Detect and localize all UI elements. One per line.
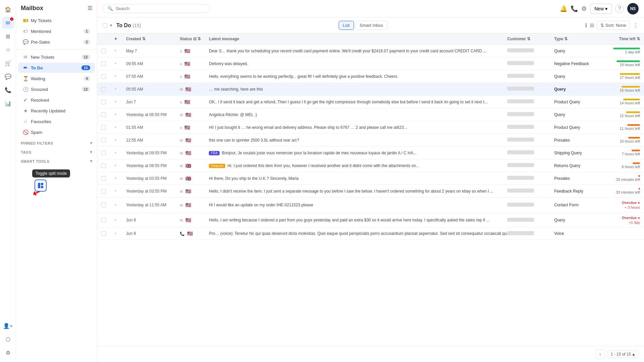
nav-icon-cart[interactable]: 🛒 (2, 57, 14, 69)
nav-icon-star[interactable]: ☆ (2, 44, 14, 56)
th-created[interactable]: Created ⇅ (122, 34, 176, 45)
overdue-sublabel: +1 day (629, 220, 640, 224)
search-input[interactable] (116, 6, 205, 11)
row-type: Query (550, 83, 600, 96)
page-info-button[interactable]: 1 - 15 of 15 ▲ (607, 351, 639, 358)
table-row[interactable]: ✦ Yesterday at 03:55 PM ✉ 🇬🇧 Hi there, D… (97, 172, 644, 185)
table-row[interactable]: ✦ Yesterday at 06:55 PM ✉ 🇺🇸 Angelica Ri… (97, 108, 644, 121)
time-label: 6 hours left (622, 165, 640, 169)
row-checkbox[interactable] (101, 138, 106, 143)
sidebar-item-my-tickets[interactable]: 🎫 My Tickets (18, 15, 95, 25)
nav-icon-grid[interactable]: ⊞ (2, 30, 14, 42)
th-sort-icon[interactable]: ✦ (110, 34, 122, 45)
sidebar-item-recently-updated[interactable]: ★ Recently Updated (18, 106, 95, 116)
table-row[interactable]: ✦ Jun 8 ✉ 🇺🇸 Hello, I am writing because… (97, 213, 644, 228)
row-checkbox[interactable] (101, 218, 106, 222)
select-all-checkbox[interactable] (103, 23, 107, 28)
row-checkbox[interactable] (101, 163, 106, 168)
row-checkbox[interactable] (101, 231, 106, 236)
table-row[interactable]: ✦ May 7 ≡ 🇺🇸 Dear S… thank you for sched… (97, 45, 644, 57)
select-all-dropdown[interactable]: ▾ (110, 23, 112, 28)
info-icon[interactable]: ℹ (585, 22, 587, 29)
row-checkbox[interactable] (101, 112, 106, 117)
help-icon[interactable]: ? (615, 4, 624, 13)
snoozed-icon: 🕐 (23, 87, 28, 92)
table-row[interactable]: ✦ Jun 8 📞 🇺🇸 Pro… (voice): Tenetur hic q… (97, 228, 644, 240)
row-created: 09:55 AM (122, 57, 176, 70)
table-row[interactable]: ✦ 01:55 AM ≡ 🇺🇸 Hi! I just bought it … h… (97, 121, 644, 134)
smart-tools-header[interactable]: SMART TOOLS ▾ (16, 156, 97, 165)
time-label: 17 hours left (620, 75, 640, 80)
table-row[interactable]: ✦ 12:55 AM ✉ 🇺🇸 this one can in sprinter… (97, 134, 644, 147)
message-preview-text: … me searching, here are this (209, 87, 263, 92)
row-created: Yesterday at 09:55 PM (122, 147, 176, 159)
row-checkbox[interactable] (101, 189, 106, 194)
smart-inbox-button[interactable]: Smart Inbox (355, 21, 388, 30)
nav-icon-home[interactable]: 🏠 (2, 3, 14, 15)
sidebar-item-snoozed[interactable]: 🕐 Snoozed 12 (18, 84, 95, 94)
table-row[interactable]: ✦ 07:55 AM ≡ 🇺🇸 Hello, everything seems … (97, 70, 644, 83)
pinned-filters-header[interactable]: PINNED FILTERS ▾ (16, 138, 97, 147)
more-options-icon[interactable]: ⋮ (633, 22, 639, 29)
nav-icon-settings[interactable]: ⚙ (2, 347, 14, 359)
sidebar-item-to-do[interactable]: ✏ To Do 15 (18, 63, 95, 73)
table-row[interactable]: ✦ Yesterday at 09:55 PM ✉ 🇺🇸 FRA Bonjour… (97, 147, 644, 159)
table-row[interactable]: ✦ 09:55 AM ≡ 🇺🇸 Delivery was delayed. Ne… (97, 57, 644, 70)
avatar: NS (627, 3, 639, 14)
sidebar-item-mentioned[interactable]: 🏷 Mentioned 1 (18, 26, 95, 36)
row-checkbox[interactable] (101, 100, 106, 104)
sort-button[interactable]: ⇅ Sort: None (597, 21, 630, 30)
list-view-button[interactable]: List (339, 21, 354, 30)
nav-icon-phone[interactable]: 📞 (2, 84, 14, 96)
columns-icon[interactable]: ⊞ (590, 22, 594, 29)
row-sort-cell: ✦ (110, 70, 122, 83)
toggle-split-button[interactable] (35, 179, 47, 192)
th-type[interactable]: Type ⇅ (550, 34, 600, 45)
table-row[interactable]: ✦ Yesterday at 11:55 AM ✉ 🇺🇸 Hi I would … (97, 198, 644, 213)
sidebar-item-new-tickets[interactable]: ✉ New Tickets 12 (18, 52, 95, 62)
th-time-left[interactable]: Time left ⇅ (600, 34, 644, 45)
nav-icon-integrations[interactable]: ⬡ (2, 333, 14, 345)
pinned-filters-chevron: ▾ (90, 141, 93, 145)
nav-icon-chat[interactable]: 💬 (2, 70, 14, 83)
row-checkbox[interactable] (101, 87, 106, 92)
sidebar-item-resolved[interactable]: ✔ Resolved (18, 95, 95, 105)
row-checkbox[interactable] (101, 151, 106, 155)
th-latest-message[interactable]: Latest message (205, 34, 503, 45)
row-checkbox[interactable] (101, 203, 106, 207)
table-row[interactable]: ✦ Jun 7 ≡ 🇺🇸 OK.. I ll send it back and … (97, 96, 644, 108)
sidebar-item-pre-sales[interactable]: 💬 Pre-Sales 2 (18, 37, 95, 47)
row-checkbox[interactable] (101, 49, 106, 53)
nav-icon-mailbox[interactable]: ✉ • (2, 17, 14, 29)
phone-icon[interactable]: 📞 (571, 5, 578, 12)
row-customer (503, 83, 550, 96)
th-customer[interactable]: Customer ⇅ (503, 34, 550, 45)
time-label: 10 hours left (620, 139, 640, 143)
new-button[interactable]: New ▾ (590, 4, 612, 14)
table-row[interactable]: ✦ 05:55 AM ✉ 🇺🇸 … me searching, here are… (97, 83, 644, 96)
filter-icon[interactable]: ⚙ (581, 5, 587, 12)
time-label: 12 hours left (620, 114, 640, 118)
row-sort-cell: ✦ (110, 121, 122, 134)
th-status[interactable]: Status ⊟ ⇅ (176, 34, 205, 45)
row-checkbox[interactable] (101, 176, 106, 181)
table-row[interactable]: ✦ Yesterday at 08:55 PM ✉ 🇬🇧 Delayed Hi.… (97, 159, 644, 172)
table-row[interactable]: ✦ Yesterday at 03:55 PM ✉ 🇺🇸 Hello, I di… (97, 185, 644, 198)
prev-page-button[interactable]: ‹ (595, 350, 605, 359)
bell-icon[interactable]: 🔔 (560, 5, 567, 12)
sidebar-item-favourites[interactable]: ☆ Favourites (18, 116, 95, 126)
nav-icon-contacts[interactable]: 👤+ (2, 320, 14, 332)
sidebar-item-waiting[interactable]: ⏳ Waiting 4 (18, 73, 95, 84)
inbox-title: To Do (15) (116, 22, 141, 29)
row-checkbox[interactable] (101, 74, 106, 79)
row-checkbox[interactable] (101, 125, 106, 130)
sidebar-menu-icon[interactable]: ☰ (87, 5, 92, 11)
row-checkbox[interactable] (101, 61, 106, 66)
tags-header[interactable]: TAGS ▾ (16, 147, 97, 156)
search-box[interactable]: 🔍 (103, 4, 210, 13)
row-checkbox-cell (97, 172, 110, 185)
type-label: Negative Feedback (554, 61, 589, 66)
row-sort-cell: ✦ (110, 159, 122, 172)
nav-icon-reports[interactable]: 📊 (2, 97, 14, 109)
sidebar-item-spam[interactable]: 🚫 Spam (18, 127, 95, 137)
